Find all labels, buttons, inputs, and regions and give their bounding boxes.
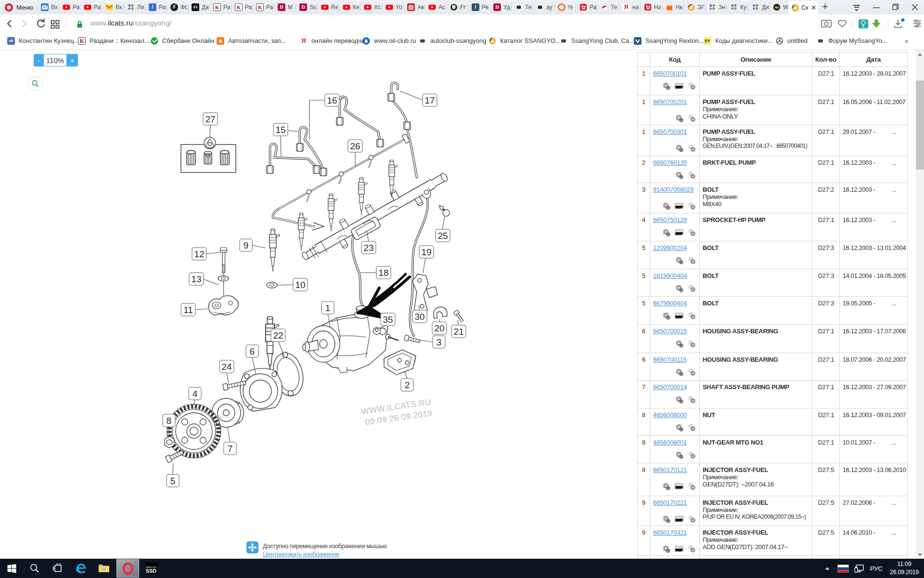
svg-text:19: 19 (421, 247, 431, 257)
svg-text:3: 3 (436, 337, 442, 347)
svg-text:23: 23 (363, 243, 373, 253)
svg-text:18: 18 (378, 268, 388, 278)
svg-text:21: 21 (453, 327, 463, 337)
svg-text:17: 17 (424, 95, 435, 105)
svg-text:1: 1 (325, 303, 331, 313)
svg-text:2: 2 (405, 380, 410, 390)
svg-text:6: 6 (250, 346, 255, 356)
svg-text:30: 30 (414, 312, 424, 322)
svg-text:7: 7 (228, 444, 233, 454)
svg-text:8: 8 (167, 416, 172, 426)
svg-text:26: 26 (350, 141, 360, 151)
svg-text:22: 22 (273, 330, 283, 341)
svg-text:16: 16 (327, 95, 337, 105)
svg-text:25: 25 (437, 231, 448, 241)
svg-text:15: 15 (275, 125, 285, 135)
svg-text:20: 20 (434, 323, 444, 333)
svg-text:12: 12 (194, 249, 204, 259)
svg-text:11: 11 (183, 305, 193, 315)
svg-text:5: 5 (170, 476, 176, 486)
svg-text:9: 9 (244, 240, 249, 250)
svg-text:13: 13 (191, 274, 201, 284)
svg-text:35: 35 (383, 315, 393, 325)
svg-text:10: 10 (295, 280, 305, 290)
svg-text:27: 27 (205, 114, 215, 124)
svg-text:24: 24 (221, 362, 232, 372)
svg-text:4: 4 (192, 389, 198, 399)
